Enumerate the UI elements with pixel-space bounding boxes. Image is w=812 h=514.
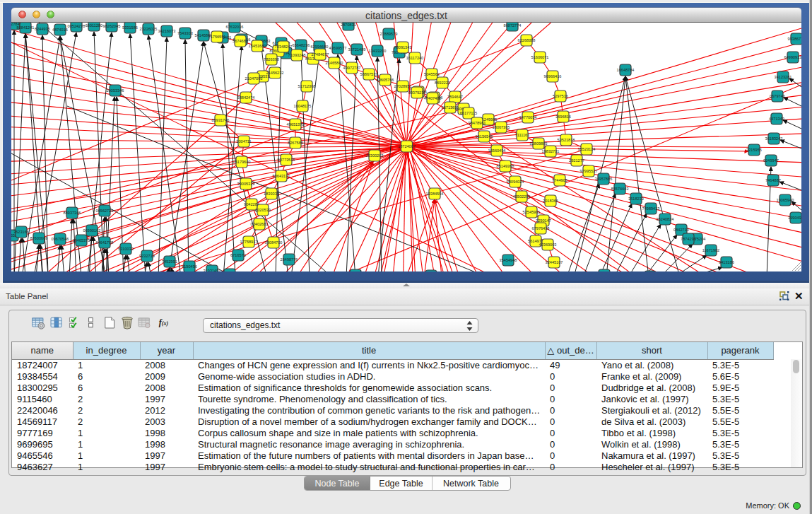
svg-text:86872774: 86872774 (504, 23, 522, 28)
svg-text:66177115: 66177115 (460, 111, 477, 115)
svg-text:97995527: 97995527 (580, 169, 598, 173)
svg-text:0249947: 0249947 (763, 158, 779, 163)
svg-text:4471349: 4471349 (769, 117, 784, 121)
svg-text:15451680: 15451680 (249, 44, 266, 48)
svg-text:8244935: 8244935 (35, 27, 50, 31)
svg-text:23226025: 23226025 (140, 27, 158, 31)
svg-text:7826398: 7826398 (264, 57, 279, 62)
svg-text:9232719: 9232719 (139, 254, 155, 258)
svg-text:8267586: 8267586 (288, 141, 303, 145)
svg-text:7543303: 7543303 (177, 31, 193, 35)
svg-text:f(x): f(x) (159, 317, 169, 327)
svg-text:74989413: 74989413 (642, 206, 660, 211)
svg-text:35523124: 35523124 (578, 147, 596, 151)
svg-text:7874296: 7874296 (681, 237, 696, 241)
svg-text:53521818: 53521818 (558, 138, 575, 142)
svg-text:8692221: 8692221 (435, 81, 450, 85)
svg-text:52809885: 52809885 (530, 141, 548, 146)
svg-text:88937346: 88937346 (64, 211, 81, 215)
svg-text:20465375: 20465375 (73, 238, 90, 243)
svg-text:18724007: 18724007 (398, 144, 416, 148)
svg-text:13433200: 13433200 (369, 49, 387, 53)
svg-text:3623166: 3623166 (13, 230, 29, 234)
svg-text:96966416: 96966416 (544, 74, 562, 78)
svg-text:3990490: 3990490 (788, 216, 801, 220)
svg-text:7464887: 7464887 (765, 178, 781, 182)
svg-text:35454948: 35454948 (500, 258, 517, 262)
svg-text:62994680: 62994680 (311, 45, 329, 49)
svg-text:38721489: 38721489 (348, 47, 366, 52)
svg-text:5045562: 5045562 (424, 72, 440, 76)
svg-text:00524278: 00524278 (68, 24, 86, 28)
svg-text:51712368: 51712368 (298, 84, 316, 88)
svg-text:5310033: 5310033 (118, 247, 134, 251)
svg-text:27028951: 27028951 (394, 84, 412, 88)
svg-text:14770054: 14770054 (519, 115, 537, 119)
svg-text:71756551: 71756551 (208, 35, 226, 39)
svg-text:4190496: 4190496 (182, 264, 197, 269)
svg-text:62268388: 62268388 (518, 38, 536, 42)
svg-text:65648236: 65648236 (293, 43, 310, 47)
svg-text:19832731: 19832731 (542, 149, 560, 153)
svg-text:16048175: 16048175 (294, 104, 312, 108)
svg-text:7594647: 7594647 (447, 95, 463, 99)
svg-text:49972787: 49972787 (343, 66, 361, 70)
svg-text:31931491: 31931491 (204, 269, 221, 271)
svg-text:80841241: 80841241 (17, 25, 35, 30)
svg-text:2004711: 2004711 (236, 139, 251, 144)
svg-text:85574443: 85574443 (611, 187, 629, 191)
svg-text:1020539: 1020539 (255, 208, 271, 212)
svg-text:58842474: 58842474 (237, 95, 255, 100)
svg-text:21456232: 21456232 (266, 71, 284, 75)
svg-text:7111161: 7111161 (515, 133, 530, 137)
svg-text:5674680: 5674680 (233, 39, 248, 43)
svg-text:35240824: 35240824 (657, 217, 674, 221)
svg-text:32445107: 32445107 (546, 260, 563, 264)
svg-text:69379237: 69379237 (408, 90, 426, 95)
svg-text:70348247: 70348247 (275, 45, 293, 49)
svg-text:98262045: 98262045 (103, 24, 121, 28)
svg-text:25300203: 25300203 (366, 153, 384, 158)
svg-text:68011280: 68011280 (86, 23, 102, 28)
svg-text:16648784: 16648784 (617, 68, 635, 72)
svg-text:2870831: 2870831 (341, 23, 356, 27)
svg-text:7744905: 7744905 (552, 178, 567, 182)
svg-text:66156545: 66156545 (476, 134, 493, 139)
svg-text:1839335: 1839335 (264, 192, 279, 196)
svg-text:51606071: 51606071 (531, 55, 549, 59)
svg-text:45502296: 45502296 (513, 194, 531, 199)
svg-text:39005329: 39005329 (237, 182, 255, 186)
svg-text:3215955: 3215955 (746, 148, 762, 152)
svg-text:39084700: 39084700 (265, 240, 283, 245)
svg-text:0842710: 0842710 (673, 228, 689, 232)
svg-text:99386774: 99386774 (788, 37, 801, 41)
svg-text:7452991: 7452991 (162, 259, 177, 264)
svg-text:19065940: 19065940 (777, 198, 794, 202)
svg-text:6716572: 6716572 (230, 253, 246, 257)
svg-text:4874016: 4874016 (52, 28, 68, 32)
svg-text:02402681: 02402681 (251, 222, 269, 226)
svg-text:3696816: 3696816 (555, 115, 571, 119)
svg-text:49651370: 49651370 (287, 122, 305, 127)
svg-text:71093248: 71093248 (288, 53, 306, 57)
svg-text:5297516: 5297516 (553, 94, 568, 98)
svg-text:34216073: 34216073 (158, 29, 176, 33)
svg-text:36183242: 36183242 (765, 136, 783, 141)
svg-text:20053346: 20053346 (107, 88, 124, 93)
svg-text:21047095: 21047095 (245, 76, 263, 81)
svg-text:16117240: 16117240 (406, 56, 423, 60)
svg-text:67632016: 67632016 (226, 25, 244, 29)
svg-text:16560494: 16560494 (488, 148, 506, 153)
svg-text:85931746: 85931746 (212, 118, 230, 122)
svg-text:34123281: 34123281 (775, 75, 792, 79)
svg-text:06562729: 06562729 (96, 209, 114, 213)
svg-text:17758917: 17758917 (240, 240, 258, 244)
svg-text:2921277: 2921277 (569, 158, 584, 163)
svg-text:63605766: 63605766 (377, 78, 394, 82)
svg-text:27889579: 27889579 (380, 32, 398, 36)
svg-text:64641708: 64641708 (96, 240, 114, 245)
svg-text:52545991: 52545991 (523, 210, 541, 214)
svg-text:18367365: 18367365 (493, 125, 510, 129)
svg-text:43699577: 43699577 (329, 46, 347, 50)
svg-text:26179640: 26179640 (233, 160, 251, 164)
